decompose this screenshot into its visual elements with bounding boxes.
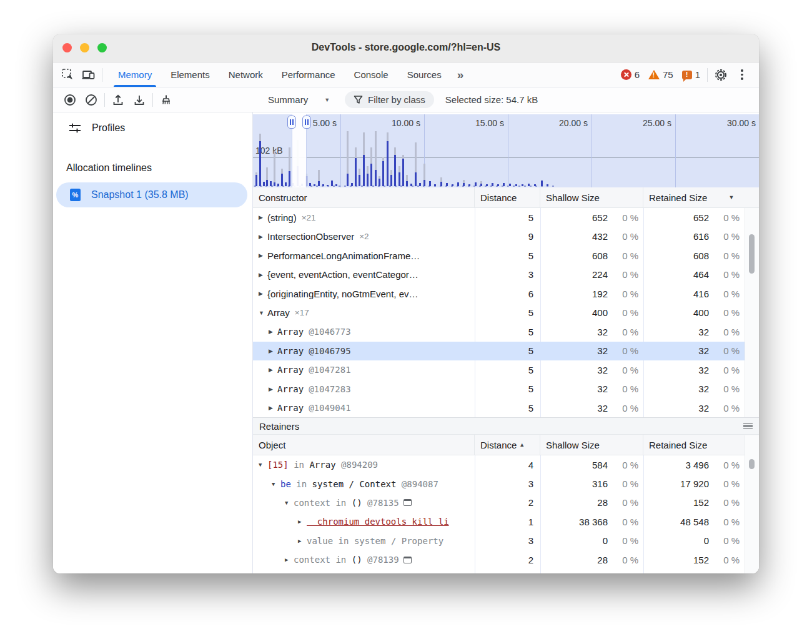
column-header-object[interactable]: Object xyxy=(253,435,475,455)
expanded-triangle-icon[interactable]: ▼ xyxy=(259,310,267,316)
collapsed-triangle-icon[interactable]: ▶ xyxy=(269,386,277,392)
constructor-row[interactable]: ▶ Array @1049041 5 320 % 320 % xyxy=(253,399,745,417)
constructor-row[interactable]: ▶ {event, eventAction, eventCategor… 3 2… xyxy=(253,265,745,285)
retained-size-cell: 4640 % xyxy=(643,269,745,280)
retainers-menu-icon[interactable] xyxy=(743,423,753,430)
retained-size-cell: 4000 % xyxy=(643,307,745,318)
collapsed-triangle-icon[interactable]: ▶ xyxy=(259,252,267,259)
constructor-row[interactable]: ▶ IntersectionObserver ×2 9 4320 % 6160 … xyxy=(253,227,745,247)
allocation-bar-live xyxy=(355,158,357,186)
allocation-bar-live xyxy=(375,170,377,186)
column-header-distance[interactable]: Distance▲ xyxy=(475,435,540,455)
sort-asc-icon: ▲ xyxy=(519,442,525,448)
brush-clean-icon[interactable] xyxy=(156,91,177,109)
save-profile-icon[interactable] xyxy=(129,91,150,109)
allocation-bar-live xyxy=(285,182,287,186)
scrollbar-thumb[interactable] xyxy=(749,234,755,274)
retained-size-cell: 6160 % xyxy=(643,231,745,242)
shallow-size-cell: 1920 % xyxy=(540,289,643,299)
reveal-in-summary-icon[interactable] xyxy=(404,557,412,563)
column-header-distance[interactable]: Distance xyxy=(475,187,540,207)
expanded-triangle-icon[interactable]: ▼ xyxy=(272,481,280,487)
collapsed-triangle-icon[interactable]: ▶ xyxy=(259,272,267,278)
reveal-in-summary-icon[interactable] xyxy=(404,499,412,506)
load-profile-icon[interactable] xyxy=(107,91,129,109)
retainers-title: Retainers xyxy=(259,421,299,432)
retainer-row[interactable]: ▼ context in () @78135 2 280 % 1520 % xyxy=(253,493,745,512)
selected-size-label: Selected size: 54.7 kB xyxy=(445,94,538,105)
snapshot-item[interactable]: % Snapshot 1 (35.8 MB) xyxy=(56,182,247,207)
collapsed-triangle-icon[interactable]: ▶ xyxy=(269,405,277,411)
expanded-triangle-icon[interactable]: ▼ xyxy=(259,462,267,468)
class-filter-input[interactable]: Filter by class xyxy=(345,91,434,108)
collapsed-triangle-icon[interactable]: ▶ xyxy=(259,290,267,297)
tab-network[interactable]: Network xyxy=(219,62,272,87)
collapsed-triangle-icon[interactable]: ▶ xyxy=(269,348,277,354)
allocation-timeline-overview[interactable]: 102 kB 5.00 s10.00 s15.00 s20.00 s25.00 … xyxy=(253,114,759,187)
column-header-retained-size[interactable]: Retained Size▼ xyxy=(643,187,745,207)
perspective-select[interactable]: Summary ▼ xyxy=(262,92,336,107)
distance-cell: 1 xyxy=(475,517,540,527)
column-header-shallow-size[interactable]: Shallow Size xyxy=(540,187,643,207)
allocation-bar-live xyxy=(452,184,453,186)
constructor-row[interactable]: ▶ PerformanceLongAnimationFrame… 5 6080 … xyxy=(253,246,745,265)
selection-handle-left[interactable] xyxy=(287,116,296,129)
column-header-retained-size[interactable]: Retained Size xyxy=(643,435,745,455)
collapsed-triangle-icon[interactable]: ▶ xyxy=(298,538,307,544)
constructor-row[interactable]: ▼ Array ×17 5 4000 % 4000 % xyxy=(253,304,745,323)
tab-memory[interactable]: Memory xyxy=(109,62,161,87)
chevron-down-icon: ▼ xyxy=(324,97,330,103)
tab-elements[interactable]: Elements xyxy=(161,62,219,87)
tab-console[interactable]: Console xyxy=(345,62,398,87)
constructor-name-cell: ▶ {event, eventAction, eventCategor… xyxy=(253,269,475,280)
warning-badge[interactable]: 75 xyxy=(648,69,673,80)
retainer-object-cell: ▶ __chromium_devtools_kill_li xyxy=(253,517,475,527)
tab-sources[interactable]: Sources xyxy=(398,62,451,87)
selection-handle-right[interactable] xyxy=(302,116,311,129)
constructor-row[interactable]: ▶ (string) ×21 5 6520 % 6520 % xyxy=(253,208,745,227)
tab-performance[interactable]: Performance xyxy=(272,62,345,87)
collapsed-triangle-icon[interactable]: ▶ xyxy=(298,518,307,525)
retained-size-cell: 1520 % xyxy=(643,497,745,508)
scrollbar-track[interactable] xyxy=(745,435,759,573)
divider xyxy=(152,93,153,107)
clear-profiles-icon[interactable] xyxy=(81,91,102,109)
retainer-row[interactable]: ▶ context in () @78139 2 280 % 1520 % xyxy=(253,550,745,569)
collapsed-triangle-icon[interactable]: ▶ xyxy=(285,557,294,563)
scrollbar-thumb[interactable] xyxy=(749,459,755,469)
device-toolbar-icon[interactable] xyxy=(78,66,99,84)
column-header-shallow-size[interactable]: Shallow Size xyxy=(540,435,643,455)
record-heap-icon[interactable] xyxy=(59,91,81,109)
retainer-row[interactable]: ▶ value in system / Property 3 00 % 00 % xyxy=(253,532,745,550)
retainer-object-cell: ▼ [15] in Array @894209 xyxy=(253,460,475,470)
constructor-row[interactable]: ▶ Array @1047281 5 320 % 320 % xyxy=(253,360,745,380)
time-axis-label: 30.00 s xyxy=(727,118,756,128)
issues-badge[interactable]: 1 xyxy=(682,69,700,80)
error-badge[interactable]: 6 xyxy=(621,69,640,80)
expanded-triangle-icon[interactable]: ▼ xyxy=(285,500,294,506)
kebab-menu-icon[interactable] xyxy=(731,66,753,84)
column-header-constructor[interactable]: Constructor xyxy=(253,187,475,207)
retained-size-cell: 17 9200 % xyxy=(643,478,745,489)
constructor-name-cell: ▶ {originatingEntity, noGtmEvent, ev… xyxy=(253,289,475,299)
settings-gear-icon[interactable] xyxy=(710,66,731,84)
constructor-row[interactable]: ▶ {originatingEntity, noGtmEvent, ev… 6 … xyxy=(253,284,745,304)
allocation-bar-live xyxy=(359,175,360,186)
collapsed-triangle-icon[interactable]: ▶ xyxy=(259,214,267,220)
constructor-name-cell: ▶ Array @1047281 xyxy=(253,365,475,375)
collapsed-triangle-icon[interactable]: ▶ xyxy=(259,234,267,240)
more-tabs-button[interactable]: » xyxy=(451,68,469,82)
scrollbar-track[interactable] xyxy=(745,208,759,417)
inspect-element-icon[interactable] xyxy=(57,66,78,84)
allocation-bar-live xyxy=(402,159,404,186)
constructor-row[interactable]: ▶ Array @1046795 5 320 % 320 % xyxy=(253,342,745,361)
retainer-row[interactable]: ▶ __chromium_devtools_kill_li 1 38 3680 … xyxy=(253,512,745,531)
retainer-row[interactable]: ▼ [15] in Array @894209 4 5840 % 3 4960 … xyxy=(253,455,745,474)
retainer-row[interactable]: ▼ be in system / Context @894087 3 3160 … xyxy=(253,474,745,493)
retained-size-cell: 320 % xyxy=(643,327,745,337)
allocation-bar-live xyxy=(263,182,265,186)
collapsed-triangle-icon[interactable]: ▶ xyxy=(269,329,277,335)
constructor-row[interactable]: ▶ Array @1046773 5 320 % 320 % xyxy=(253,322,745,342)
collapsed-triangle-icon[interactable]: ▶ xyxy=(269,367,277,373)
constructor-row[interactable]: ▶ Array @1047283 5 320 % 320 % xyxy=(253,380,745,399)
